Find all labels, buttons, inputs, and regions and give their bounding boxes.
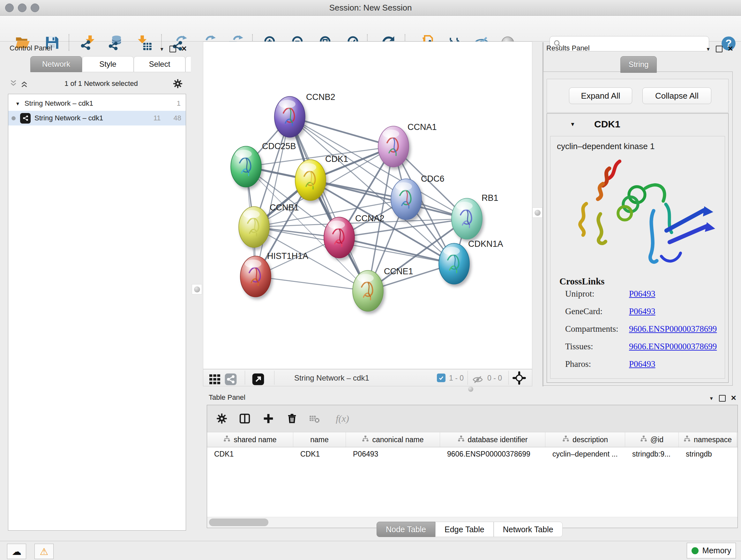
network-graph[interactable]: CCNB2CCNA1CDC25BCDK1CDC6RB1CCNB1CCNA2CDK… xyxy=(203,42,532,369)
birdseye-toggle[interactable] xyxy=(512,370,527,386)
table-cell[interactable]: P06493 xyxy=(346,447,440,461)
table-panel-title: Table Panel xyxy=(209,393,246,401)
table-type-tabs: Node TableEdge TableNetwork Table xyxy=(377,522,562,537)
panel-close-icon[interactable]: ✕ xyxy=(728,45,733,53)
protein-node-HIST1H1A[interactable]: HIST1H1A xyxy=(240,251,308,297)
collapse-all-icon[interactable] xyxy=(8,79,19,88)
collapse-section-icon[interactable]: ▼ xyxy=(570,121,576,128)
delete-table-button[interactable] xyxy=(307,411,322,426)
panel-float-icon[interactable] xyxy=(716,46,723,52)
tab-network-table[interactable]: Network Table xyxy=(494,522,562,537)
function-builder-button[interactable]: f(x) xyxy=(330,411,355,426)
panel-menu-icon[interactable]: ▼ xyxy=(709,395,714,401)
network-collection-label: String Network – cdk1 xyxy=(24,99,177,108)
crosslink-link[interactable]: 9606.ENSP00000378699 xyxy=(629,341,717,352)
column-header-canonicalname[interactable]: canonical name xyxy=(346,432,440,447)
panel-close-icon[interactable]: ✕ xyxy=(181,45,187,53)
annotation-mode-button[interactable] xyxy=(251,372,266,387)
column-header-id[interactable]: @id xyxy=(625,432,679,447)
protein-node-CCNB1[interactable]: CCNB1 xyxy=(239,203,299,247)
column-header-namespace[interactable]: namespace xyxy=(679,432,737,447)
crosslinks-title: CrossLinks xyxy=(559,276,604,287)
hidden-toggle[interactable] xyxy=(470,372,485,387)
table-cell[interactable]: stringdb xyxy=(679,447,737,461)
crosslink-link[interactable]: 9606.ENSP00000378699 xyxy=(629,324,717,334)
network-selected-status: 1 of 1 Network selected xyxy=(30,79,173,88)
horizontal-splitter[interactable] xyxy=(203,386,741,393)
splitter-handle[interactable] xyxy=(532,207,542,218)
panel-float-icon[interactable] xyxy=(170,46,176,52)
column-header-sharedname[interactable]: shared name xyxy=(207,432,293,447)
table-cell[interactable]: CDK1 xyxy=(293,447,346,461)
crosslink-label: Uniprot: xyxy=(565,289,595,299)
network-row[interactable]: String Network – cdk1 11 48 xyxy=(8,111,186,125)
network-edge[interactable] xyxy=(311,180,467,219)
column-label: shared name xyxy=(233,435,276,444)
left-splitter[interactable] xyxy=(191,42,203,532)
protein-card-header[interactable]: ▼ CDK1 xyxy=(547,114,728,136)
right-splitter[interactable] xyxy=(532,42,543,386)
network-view-canvas[interactable]: CCNB2CCNA1CDC25BCDK1CDC6RB1CCNB1CCNA2CDK… xyxy=(203,42,532,369)
column-label: canonical name xyxy=(372,435,423,444)
selected-checkbox[interactable] xyxy=(437,374,446,382)
delete-column-button[interactable] xyxy=(284,411,300,426)
network-collection-row[interactable]: ▼ String Network – cdk1 1 xyxy=(8,96,186,111)
collapse-all-button[interactable]: Collapse All xyxy=(643,87,711,104)
panel-menu-icon[interactable]: ▼ xyxy=(159,46,164,52)
table-cell[interactable]: 9606.ENSP00000378699 xyxy=(440,447,545,461)
expand-collapse-card: Expand All Collapse All xyxy=(547,79,729,113)
network-edge[interactable] xyxy=(290,117,368,291)
table-cell[interactable]: cyclin–dependent ... xyxy=(545,447,625,461)
show-columns-button[interactable] xyxy=(237,411,253,426)
network-column-icon xyxy=(458,435,465,444)
protein-node-CDKN1A[interactable]: CDKN1A xyxy=(439,239,503,284)
column-header-databaseidentifier[interactable]: database identifier xyxy=(440,432,545,447)
crosslink-row: GeneCard:P06493 xyxy=(565,307,718,324)
protein-card: ▼ CDK1 cyclin–dependent kinase 1 xyxy=(547,113,729,383)
panel-menu-icon[interactable]: ▼ xyxy=(706,46,711,52)
crosslink-link[interactable]: P06493 xyxy=(629,359,656,369)
tab-select[interactable]: Select xyxy=(134,56,185,72)
splitter-handle[interactable] xyxy=(192,284,202,294)
node-label-CCNA2: CCNA2 xyxy=(355,213,385,223)
node-label-CCNA1: CCNA1 xyxy=(408,122,437,132)
cloud-status-button[interactable]: ☁ xyxy=(7,544,26,559)
column-header-description[interactable]: description xyxy=(545,432,625,447)
protein-node-CDC6[interactable]: CDC6 xyxy=(391,174,445,220)
table-cell[interactable]: CDK1 xyxy=(207,447,293,461)
create-column-button[interactable] xyxy=(261,411,276,426)
network-edge[interactable] xyxy=(290,117,394,146)
protein-node-RB1[interactable]: RB1 xyxy=(452,193,498,239)
panel-close-icon[interactable]: ✕ xyxy=(731,394,737,402)
network-share-button[interactable] xyxy=(223,372,239,387)
table-panel: Table Panel ▼ ✕ xyxy=(203,393,741,540)
tab-string[interactable]: String xyxy=(620,56,657,73)
cloud-icon: ☁ xyxy=(12,546,21,557)
column-label: @id xyxy=(650,435,664,444)
tab-style[interactable]: Style xyxy=(82,56,134,72)
protein-node-CCNE1[interactable]: CCNE1 xyxy=(353,266,413,311)
grid-view-button[interactable] xyxy=(207,372,222,387)
network-edge[interactable] xyxy=(256,276,368,291)
tree-expand-icon[interactable]: ▼ xyxy=(15,101,20,106)
crosslink-link[interactable]: P06493 xyxy=(629,289,656,299)
warnings-button[interactable]: ⚠ xyxy=(35,544,54,559)
table-settings-button[interactable] xyxy=(214,411,229,426)
scrollbar-thumb[interactable] xyxy=(209,518,268,526)
memory-button[interactable]: Memory xyxy=(687,543,736,558)
gear-icon[interactable] xyxy=(173,78,183,89)
warning-icon: ⚠ xyxy=(40,546,49,557)
tab-network[interactable]: Network xyxy=(30,56,82,72)
current-network-indicator xyxy=(11,116,16,120)
panel-float-icon[interactable] xyxy=(719,395,726,401)
crosslink-link[interactable]: P06493 xyxy=(629,307,656,316)
tab-edge-table[interactable]: Edge Table xyxy=(435,522,494,537)
columns-icon xyxy=(239,413,251,425)
expand-all-button[interactable]: Expand All xyxy=(569,87,632,104)
expand-all-icon[interactable] xyxy=(19,79,30,88)
tab-node-table[interactable]: Node Table xyxy=(377,522,435,537)
protein-name: CDK1 xyxy=(594,119,620,130)
column-header-name[interactable]: name xyxy=(293,432,346,447)
table-cell[interactable]: stringdb:9... xyxy=(625,447,679,461)
table-row[interactable]: CDK1CDK1P064939606.ENSP00000378699cyclin… xyxy=(207,447,738,461)
